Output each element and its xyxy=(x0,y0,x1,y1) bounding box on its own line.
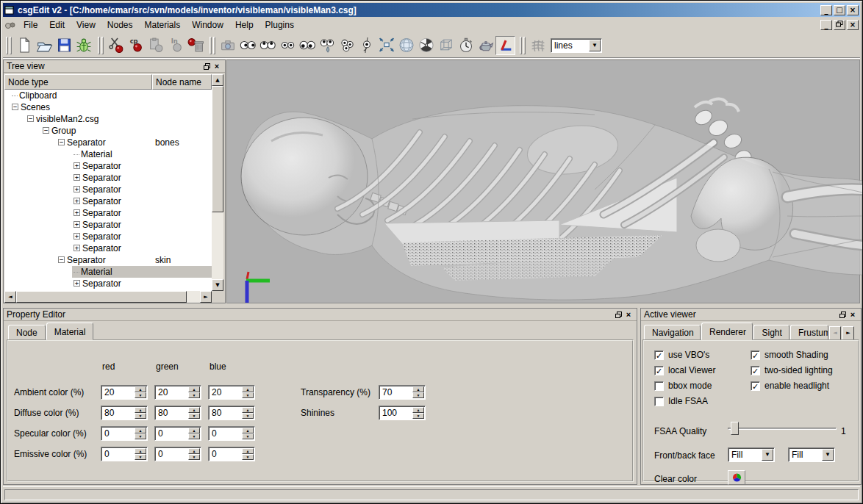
ambient-color-green-spinbox[interactable]: 20 ▲▼ xyxy=(154,385,201,400)
node-type[interactable]: Material xyxy=(81,267,112,277)
tree-row[interactable]: +Separator xyxy=(4,242,212,254)
eyes-wide-icon[interactable] xyxy=(297,36,317,55)
chevron-down-icon[interactable]: ▼ xyxy=(762,449,773,461)
ambient-color-red-spinbox[interactable]: 20 ▲▼ xyxy=(101,385,148,400)
delete-icon[interactable] xyxy=(185,36,205,55)
close-button[interactable]: × xyxy=(847,5,859,15)
tree-row[interactable]: +Separator xyxy=(4,278,212,289)
tree-hscroll-track[interactable] xyxy=(187,291,200,303)
viewport-3d[interactable] xyxy=(226,60,860,303)
emissive-color-green-spinbox[interactable]: 0 ▲▼ xyxy=(154,447,201,461)
node-name[interactable]: skin xyxy=(155,254,171,266)
node-type[interactable]: Separator xyxy=(82,196,121,206)
tree-row[interactable]: +Separator xyxy=(4,195,212,207)
node-type[interactable]: Separator xyxy=(82,173,121,183)
tree-row[interactable]: −Scenes xyxy=(4,101,212,113)
checkbox-icon[interactable]: ✓ xyxy=(654,366,664,375)
spin-up-icon[interactable]: ▲ xyxy=(188,448,200,454)
expand-icon[interactable]: + xyxy=(74,280,80,287)
two-sided-lighting-checkbox[interactable]: ✓ two-sided lighting xyxy=(751,365,833,375)
collapse-icon[interactable]: − xyxy=(27,115,34,122)
collapse-icon[interactable]: − xyxy=(43,127,49,134)
tree-scroll-down-button[interactable]: ▼ xyxy=(212,279,223,291)
diffuse-color-red-spinbox[interactable]: 80 ▲▼ xyxy=(101,406,148,420)
specular-color-green-spinbox[interactable]: 0 ▲▼ xyxy=(154,426,201,441)
radiation-icon[interactable] xyxy=(416,36,436,55)
spin-down-icon[interactable]: ▼ xyxy=(135,392,146,398)
collapse-icon[interactable]: − xyxy=(58,256,65,263)
child-minimize-button[interactable]: _ xyxy=(820,20,832,30)
expand-icon[interactable]: + xyxy=(74,186,80,192)
eyes-side-icon[interactable] xyxy=(237,36,257,55)
toolbar-handle[interactable] xyxy=(98,37,100,54)
expand-icon[interactable]: + xyxy=(74,221,80,228)
emissive-color-blue-spinbox[interactable]: 0 ▲▼ xyxy=(208,447,255,461)
front-face-select[interactable]: Fill▼ xyxy=(728,447,775,462)
node-type[interactable]: Clipboard xyxy=(19,90,57,101)
transparency-spinbox[interactable]: 70 ▲▼ xyxy=(379,385,426,400)
checkbox-icon[interactable]: ✓ xyxy=(751,366,760,375)
tab-frustum[interactable]: Frustum xyxy=(790,325,828,340)
tree-float-button[interactable] xyxy=(201,62,212,71)
tree-row[interactable]: −Separatorbones xyxy=(4,137,212,148)
toolbar-handle[interactable] xyxy=(101,37,104,54)
minimize-button[interactable]: _ xyxy=(820,5,832,15)
emissive-color-red-spinbox[interactable]: 0 ▲▼ xyxy=(101,447,148,461)
tab-node[interactable]: Node xyxy=(8,325,46,340)
tree-row[interactable]: +Separator xyxy=(4,184,212,195)
spin-up-icon[interactable]: ▲ xyxy=(188,386,200,392)
spin-down-icon[interactable]: ▼ xyxy=(412,413,424,419)
back-face-select[interactable]: Fill▼ xyxy=(788,447,835,462)
spin-down-icon[interactable]: ▼ xyxy=(188,433,200,439)
cut-icon[interactable] xyxy=(106,36,126,55)
tree-scroll-up-button[interactable]: ▲ xyxy=(212,74,223,86)
spin-up-icon[interactable]: ▲ xyxy=(135,407,146,413)
toolbar-handle[interactable] xyxy=(523,37,526,54)
spin-down-icon[interactable]: ▼ xyxy=(412,392,424,398)
checkbox-icon[interactable] xyxy=(654,397,664,406)
open-folder-icon[interactable] xyxy=(34,36,54,55)
spin-down-icon[interactable]: ▼ xyxy=(188,413,200,419)
tab-sight[interactable]: Sight xyxy=(753,325,789,340)
property-float-button[interactable] xyxy=(613,310,623,320)
tree-row[interactable]: +Separator xyxy=(4,219,212,231)
spin-up-icon[interactable]: ▲ xyxy=(412,386,424,392)
toolbar-handle[interactable] xyxy=(213,37,215,54)
specular-color-blue-spinbox[interactable]: 0 ▲▼ xyxy=(208,426,255,441)
local-viewer-checkbox[interactable]: ✓ local Viewer xyxy=(654,365,715,375)
menu-help[interactable]: Help xyxy=(229,18,259,32)
menu-view[interactable]: View xyxy=(71,18,101,32)
spin-down-icon[interactable]: ▼ xyxy=(188,392,200,398)
spin-up-icon[interactable]: ▲ xyxy=(135,428,146,433)
eyes-up-icon[interactable] xyxy=(257,36,277,55)
spin-up-icon[interactable]: ▲ xyxy=(242,407,254,413)
spin-down-icon[interactable]: ▼ xyxy=(188,454,200,460)
spin-up-icon[interactable]: ▲ xyxy=(135,448,146,454)
expand-icon[interactable]: + xyxy=(74,198,80,204)
column-node-name[interactable]: Node name xyxy=(152,74,212,90)
collapse-icon[interactable]: − xyxy=(58,139,65,145)
tab-material[interactable]: Material xyxy=(46,323,94,340)
checkbox-icon[interactable] xyxy=(654,381,664,391)
property-close-button[interactable]: × xyxy=(623,310,634,320)
spin-down-icon[interactable]: ▼ xyxy=(242,392,254,398)
new-document-icon[interactable] xyxy=(14,36,34,55)
maximize-button[interactable]: □ xyxy=(834,5,845,15)
spin-down-icon[interactable]: ▼ xyxy=(135,454,146,460)
spin-down-icon[interactable]: ▼ xyxy=(242,454,254,460)
node-type[interactable]: Separator xyxy=(82,161,121,171)
tree-vscroll-track[interactable] xyxy=(212,212,223,279)
wire-cube-icon[interactable] xyxy=(436,36,456,55)
menu-plugins[interactable]: Plugins xyxy=(259,18,300,32)
tree-scroll-right-button[interactable]: ► xyxy=(200,291,212,303)
draw-style-select[interactable]: lines ▼ xyxy=(551,38,602,53)
diffuse-color-blue-spinbox[interactable]: 80 ▲▼ xyxy=(208,406,255,420)
tabs-scroll-right-button[interactable]: ► xyxy=(842,326,854,340)
tab-renderer[interactable]: Renderer xyxy=(701,323,753,340)
menu-nodes[interactable]: Nodes xyxy=(101,18,139,32)
expand-icon[interactable]: + xyxy=(74,245,80,251)
tree-vscroll-thumb[interactable] xyxy=(212,86,223,212)
spin-down-icon[interactable]: ▼ xyxy=(242,413,254,419)
eyes-drop-icon[interactable] xyxy=(317,36,337,55)
fsaa-quality-slider[interactable] xyxy=(728,422,837,435)
